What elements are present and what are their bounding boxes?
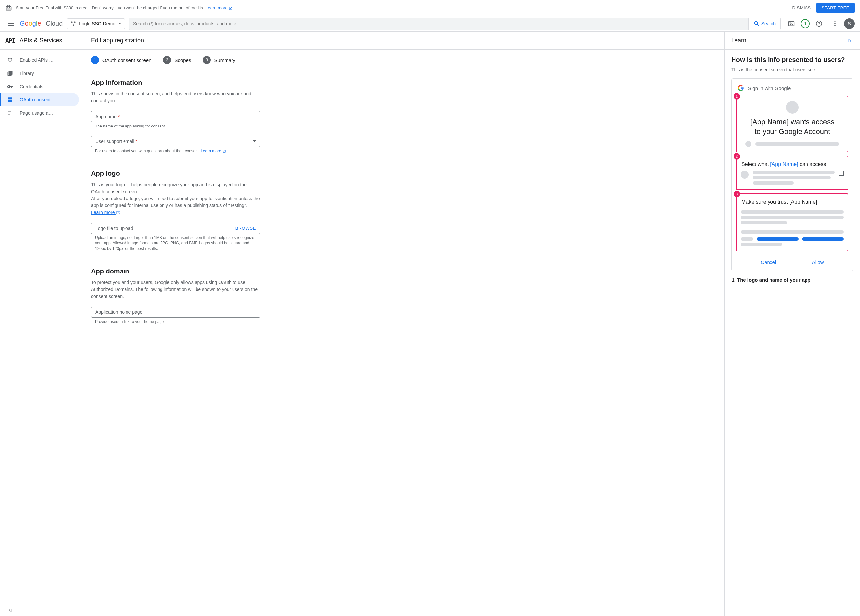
svg-point-6 [11,58,12,59]
svg-text:Google: Google [20,20,41,27]
project-name: Logto SSO Demo [79,21,115,27]
homepage-field: Application home page Provide users a li… [91,306,260,329]
learn-heading: How is this info presented to users? [731,56,854,64]
sidebar-item-label: OAuth consent… [20,97,55,102]
placeholder-avatar [786,101,799,114]
learn-more-link[interactable]: Learn more [91,210,120,215]
app-header: Google Cloud Logto SSO Demo Search 1 S [0,16,860,32]
collapse-sidebar-button[interactable] [0,605,83,616]
sidebar-item-label: Enabled APIs … [20,58,53,63]
agreements-icon [6,110,13,116]
svg-point-5 [9,58,11,59]
sidebar: API APIs & Services Enabled APIs … Libra… [0,32,83,616]
chevron-right-icon [847,38,854,44]
svg-rect-13 [10,100,12,102]
page-title: Edit app registration [83,32,724,50]
search-icon [753,20,760,27]
content-body[interactable]: 1 OAuth consent screen 2 Scopes 3 Summar… [83,50,724,616]
step-divider [155,60,160,60]
more-options-button[interactable] [828,17,841,30]
sidebar-title[interactable]: API APIs & Services [0,32,83,50]
google-cloud-logo[interactable]: Google Cloud [20,20,63,28]
consent-icon [6,96,13,103]
step-2-badge: 2 [163,56,171,64]
learn-header: Learn [725,32,860,50]
step-3-badge: 3 [203,56,211,64]
logo-upload-field: Logo file to upload BROWSE Upload an ima… [91,223,260,256]
field-label: User support email * [96,139,137,144]
learn-list: The logo and name of your app [731,277,854,283]
step-2-label[interactable]: Scopes [174,58,191,63]
banner-learn-more-link[interactable]: Learn more [206,5,232,10]
step-1-badge: 1 [91,56,99,64]
project-selector[interactable]: Logto SSO Demo [67,19,125,29]
sidebar-item-label: Credentials [20,84,43,89]
app-information-section: App information This shows in the consen… [83,71,268,162]
google-logo-icon: Google [20,20,44,28]
preview-actions: Cancel Allow [736,255,849,266]
cancel-label: Cancel [761,259,776,265]
preview-step-1: 1 [App Name] wants accessto your Google … [736,96,849,152]
homepage-input[interactable]: Application home page [91,306,260,318]
stepper: 1 OAuth consent screen 2 Scopes 3 Summar… [83,50,724,71]
svg-rect-12 [8,100,9,102]
list-item: The logo and name of your app [737,277,854,283]
grid-icon [6,57,13,63]
preview-trust-text: Make sure you trust [App Name] [741,198,844,208]
search-box: Search [129,17,781,30]
project-icon [71,21,76,27]
learn-body[interactable]: How is this info presented to users? Thi… [725,50,860,616]
sidebar-item-oauth-consent[interactable]: OAuth consent… [0,93,79,106]
allow-label: Allow [812,259,824,265]
step-1-label[interactable]: OAuth consent screen [102,58,151,63]
start-free-button[interactable]: START FREE [816,3,855,13]
content-area: Edit app registration 1 OAuth consent sc… [83,32,725,616]
placeholder-permission-row [741,171,844,185]
browse-button[interactable]: BROWSE [235,226,256,231]
step-badge-2: 2 [733,153,740,160]
expand-panel-button[interactable] [847,38,854,44]
help-button[interactable] [813,17,825,30]
search-input[interactable] [129,18,749,30]
sidebar-item-label: Library [20,71,34,76]
dismiss-button[interactable]: DISMISS [792,5,811,10]
sidebar-item-library[interactable]: Library [0,67,83,80]
step-divider [194,60,199,60]
hamburger-menu-button[interactable] [5,19,16,29]
sidebar-nav: Enabled APIs … Library Credentials OAuth… [0,50,83,605]
app-name-input-wrapper[interactable]: App name * [91,111,260,122]
sidebar-item-credentials[interactable]: Credentials [0,80,83,93]
user-avatar[interactable]: S [844,19,855,29]
search-button[interactable]: Search [749,18,780,30]
api-logo-icon: API [5,37,15,44]
trial-credits-badge[interactable]: 1 [800,19,810,28]
support-email-field: User support email * For users to contac… [91,136,260,159]
app-name-field: App name * The name of the app asking fo… [91,111,260,134]
field-hint: For users to contact you with questions … [91,147,260,159]
learn-more-link[interactable]: Learn more [201,149,226,153]
trial-banner: Start your Free Trial with $300 in credi… [0,0,860,16]
field-hint: Upload an image, not larger than 1MB on … [91,234,260,256]
svg-point-8 [11,60,12,61]
section-title: App domain [91,267,260,275]
signin-header: Sign in with Google [736,83,849,96]
field-hint: Provide users a link to your home page [91,318,260,329]
svg-point-7 [8,60,9,61]
placeholder-buttons [741,237,844,241]
cloud-shell-button[interactable] [785,17,798,30]
sidebar-item-page-usage[interactable]: Page usage a… [0,106,83,119]
support-email-select[interactable]: User support email * [91,136,260,147]
learn-desc: This is the consent screen that users se… [731,67,854,72]
library-icon [6,70,13,77]
step-3-label[interactable]: Summary [214,58,235,63]
svg-point-2 [74,22,76,23]
placeholder-row [741,141,844,147]
logo-upload-input[interactable]: Logo file to upload BROWSE [91,223,260,234]
section-title: App logo [91,170,260,178]
section-title: App information [91,79,260,86]
svg-point-3 [73,24,74,26]
banner-text: Start your Free Trial with $300 in credi… [16,5,792,10]
preview-step-2: 2 Select what [App Name] can access [736,156,849,190]
sidebar-item-enabled-apis[interactable]: Enabled APIs … [0,53,83,67]
section-desc: This shows in the consent screen, and he… [91,91,260,104]
